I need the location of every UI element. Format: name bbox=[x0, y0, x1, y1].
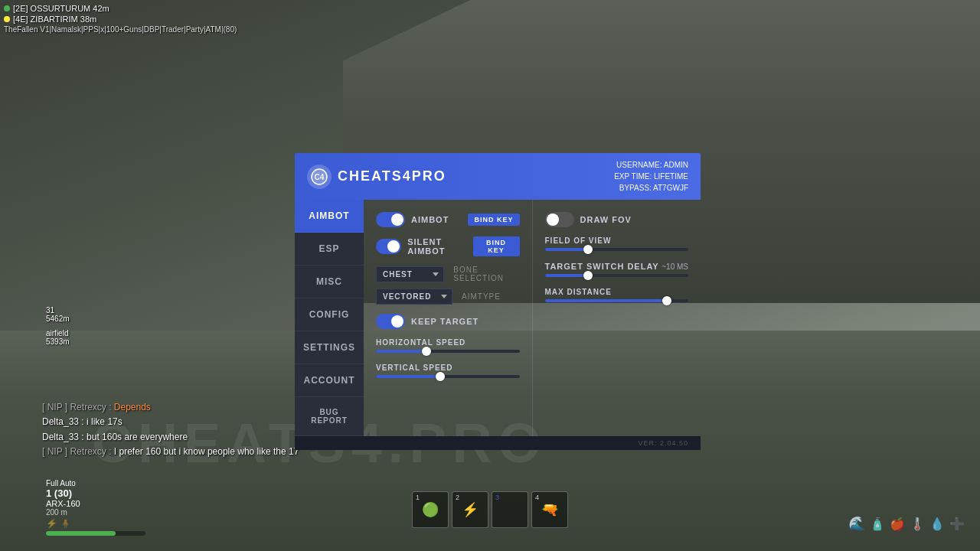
target-switch-delay-track[interactable] bbox=[545, 274, 689, 277]
aimbot-type-row: VECTORED SMOOTH INSTANT AIMTYPE bbox=[376, 289, 520, 305]
keep-target-label: KEEP TARGET bbox=[411, 317, 479, 326]
temp-icon: 🌡️ bbox=[910, 517, 925, 531]
inv-slot-2[interactable]: 2 ⚡ bbox=[452, 491, 488, 528]
health-fill bbox=[46, 531, 116, 536]
max-distance-fill bbox=[545, 299, 667, 302]
horizontal-speed-container: HORIZONTAL SPEED bbox=[376, 338, 520, 353]
sidebar-item-misc[interactable]: MISC bbox=[295, 266, 364, 298]
vertical-speed-thumb[interactable] bbox=[436, 372, 445, 381]
draw-fov-row: DRAW FOV bbox=[545, 212, 689, 227]
bypass-label: BYPASS: AT7GWJF bbox=[614, 182, 688, 194]
aimbot-toggle[interactable] bbox=[376, 212, 405, 227]
target-switch-delay-thumb[interactable] bbox=[583, 271, 593, 280]
ammo-count: 1 (30) bbox=[46, 487, 145, 499]
silent-aimbot-toggle[interactable] bbox=[376, 239, 401, 254]
fov-track[interactable] bbox=[545, 248, 689, 251]
chat: [ NIP ] Retrexcy : Depends Delta_33 : i … bbox=[42, 400, 299, 459]
sidebar-item-aimbot[interactable]: AIMBOT bbox=[295, 200, 364, 233]
player-2-info: [4E] ZIBARTIRIM 38m bbox=[13, 15, 96, 24]
aimbot-type-dropdown[interactable]: VECTORED SMOOTH INSTANT bbox=[376, 289, 452, 305]
blood-icon: 💧 bbox=[929, 517, 945, 531]
player-2: [4E] ZIBARTIRIM 38m bbox=[4, 15, 237, 24]
chat-msg-2: Delta_33 : i like 17s bbox=[42, 415, 299, 429]
logo-svg: C4 bbox=[310, 168, 328, 186]
max-distance-thumb[interactable] bbox=[662, 296, 671, 305]
target-switch-delay-label: TARGET SWITCH DELAY bbox=[545, 262, 659, 271]
inv-slot-1[interactable]: 1 🟢 bbox=[412, 491, 449, 528]
silent-aimbot-label: SILENT AIMBOT bbox=[407, 237, 473, 256]
fov-container: FIELD OF VIEW bbox=[545, 236, 689, 251]
player-1-dot bbox=[4, 5, 10, 11]
bone-dropdown[interactable]: CHEST HEAD NECK PELVIS bbox=[376, 266, 444, 282]
chat-msg-3: Delta_33 : but 160s are everywhere bbox=[42, 430, 299, 445]
distance-markers: 315462m airfield5393m bbox=[46, 306, 70, 349]
aimbot-label: AIMBOT bbox=[411, 215, 449, 224]
inv-slot-4[interactable]: 4 🔫 bbox=[531, 491, 568, 528]
left-panel: AIMBOT BIND KEY SILENT AIMBOT BIND KEY C… bbox=[364, 200, 533, 436]
logo-icon: C4 bbox=[307, 165, 332, 189]
exp-label: EXP TIME: LIFETIME bbox=[614, 171, 688, 182]
target-switch-delay-value: ~10 MS bbox=[662, 262, 688, 271]
food-icon: 🧴 bbox=[870, 517, 885, 531]
target-switch-delay-fill bbox=[545, 274, 588, 277]
vertical-speed-fill bbox=[376, 375, 440, 378]
player-1: [2E] OSSURTURUM 42m bbox=[4, 4, 237, 13]
fov-label: FIELD OF VIEW bbox=[545, 236, 689, 245]
marker-1: 315462m bbox=[46, 306, 70, 323]
server-info: TheFallen V1|Namalsk|PPS|x|100+Guns|DBP|… bbox=[4, 25, 237, 34]
weapon-name: ARX-160 bbox=[46, 499, 145, 508]
username-label: USERNAME: ADMIN bbox=[614, 159, 688, 171]
sidebar-item-account[interactable]: ACCOUNT bbox=[295, 364, 364, 397]
player-2-dot bbox=[4, 16, 10, 22]
menu-sidebar: AIMBOT ESP MISC CONFIG SETTINGS ACCOUNT … bbox=[295, 200, 364, 436]
bone-selection-row: CHEST HEAD NECK PELVIS BONE SELECTION bbox=[376, 266, 520, 282]
inv-slot-3[interactable]: 3 bbox=[492, 491, 528, 528]
inventory-bar: 1 🟢 2 ⚡ 3 4 🔫 bbox=[412, 491, 568, 528]
chat-msg-1: [ NIP ] Retrexcy : Depends bbox=[42, 400, 299, 415]
sidebar-item-esp[interactable]: ESP bbox=[295, 233, 364, 266]
menu-logo: C4 CHEATS4PRO bbox=[307, 165, 446, 189]
fire-mode: Full Auto bbox=[46, 479, 145, 487]
water-icon: 🌊 bbox=[848, 515, 865, 532]
version-label: VER: 2.04.50 bbox=[638, 439, 688, 447]
range: 200 m bbox=[46, 508, 145, 517]
menu-footer: VER: 2.04.50 bbox=[295, 436, 701, 450]
hud-icons-right: 🌊 🧴 🍎 🌡️ 💧 ➕ bbox=[848, 515, 965, 532]
sidebar-item-config[interactable]: CONFIG bbox=[295, 298, 364, 331]
menu-user-info: USERNAME: ADMIN EXP TIME: LIFETIME BYPAS… bbox=[614, 159, 688, 194]
marker-2: airfield5393m bbox=[46, 329, 70, 346]
hud-top-left: [2E] OSSURTURUM 42m [4E] ZIBARTIRIM 38m … bbox=[4, 4, 237, 34]
menu-body: AIMBOT ESP MISC CONFIG SETTINGS ACCOUNT … bbox=[295, 200, 701, 436]
silent-aimbot-row: SILENT AIMBOT BIND KEY bbox=[376, 236, 520, 256]
target-switch-delay-header: TARGET SWITCH DELAY ~10 MS bbox=[545, 262, 689, 271]
max-distance-track[interactable] bbox=[545, 299, 689, 302]
medical-icon: ➕ bbox=[949, 517, 965, 531]
fov-thumb[interactable] bbox=[583, 245, 593, 254]
move-icon: ⚡ 🧍 bbox=[46, 518, 145, 529]
aimbot-type-label: AIMTYPE bbox=[462, 292, 501, 301]
bone-selection-label: BONE SELECTION bbox=[453, 266, 519, 282]
health-icon: 🍎 bbox=[890, 517, 905, 531]
sidebar-item-bug-report[interactable]: BUG REPORT bbox=[295, 397, 364, 436]
horizontal-speed-label: HORIZONTAL SPEED bbox=[376, 338, 520, 347]
vertical-speed-track[interactable] bbox=[376, 375, 520, 378]
fov-fill bbox=[545, 248, 588, 251]
target-switch-delay-container bbox=[545, 274, 689, 277]
sidebar-item-settings[interactable]: SETTINGS bbox=[295, 331, 364, 364]
menu-title: CHEATS4PRO bbox=[338, 168, 446, 184]
horizontal-speed-thumb[interactable] bbox=[422, 347, 431, 356]
keep-target-row: KEEP TARGET bbox=[376, 314, 520, 329]
aimbot-bind-button[interactable]: BIND KEY bbox=[468, 214, 519, 226]
draw-fov-label: DRAW FOV bbox=[580, 215, 632, 224]
hud-bottom-left: Full Auto 1 (30) ARX-160 200 m ⚡ 🧍 bbox=[46, 479, 145, 536]
draw-fov-toggle[interactable] bbox=[545, 212, 574, 227]
keep-target-toggle[interactable] bbox=[376, 314, 405, 329]
aimbot-row: AIMBOT BIND KEY bbox=[376, 212, 520, 227]
menu-header: C4 CHEATS4PRO USERNAME: ADMIN EXP TIME: … bbox=[295, 153, 701, 200]
silent-aimbot-bind-button[interactable]: BIND KEY bbox=[473, 236, 520, 256]
chat-msg-4: [ NIP ] Retrexcy : I prefer 160 but i kn… bbox=[42, 445, 299, 459]
svg-text:C4: C4 bbox=[315, 173, 325, 181]
vertical-speed-label: VERTICAL SPEED bbox=[376, 364, 520, 372]
horizontal-speed-track[interactable] bbox=[376, 350, 520, 353]
vertical-speed-container: VERTICAL SPEED bbox=[376, 364, 520, 378]
